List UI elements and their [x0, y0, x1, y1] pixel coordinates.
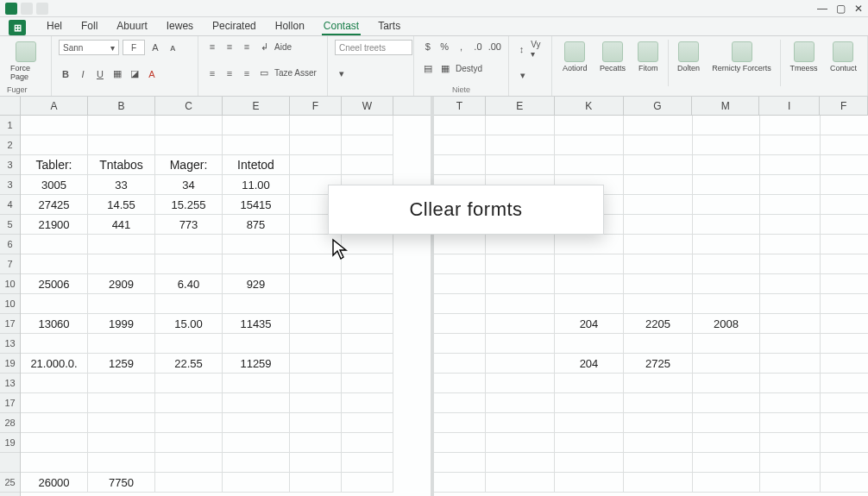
cell[interactable]	[821, 195, 868, 215]
cell[interactable]	[555, 473, 624, 493]
cell[interactable]	[21, 135, 88, 155]
align-left-icon[interactable]: ≡	[205, 66, 219, 80]
cell[interactable]: 773	[155, 215, 223, 235]
cell[interactable]	[486, 393, 555, 413]
cell[interactable]	[434, 374, 486, 393]
cell[interactable]	[342, 453, 393, 473]
tab-4[interactable]: Pecirated	[211, 17, 258, 35]
cell[interactable]	[760, 413, 821, 433]
cell[interactable]	[342, 116, 393, 135]
cell[interactable]	[624, 116, 693, 135]
cell[interactable]	[760, 116, 821, 135]
col-E2[interactable]: E	[486, 97, 555, 115]
cell[interactable]	[223, 453, 290, 473]
underline-icon[interactable]: U	[93, 67, 107, 81]
col-B[interactable]: B	[88, 97, 155, 115]
cell[interactable]	[223, 374, 290, 393]
cell[interactable]	[760, 215, 821, 235]
cell[interactable]	[821, 215, 868, 235]
cell[interactable]	[486, 274, 555, 294]
cell[interactable]	[434, 453, 486, 473]
col-T[interactable]: T	[434, 97, 486, 115]
cell[interactable]	[624, 473, 693, 493]
cell[interactable]	[821, 453, 868, 473]
cell[interactable]: 26000	[21, 473, 88, 493]
cell[interactable]: 13060	[21, 314, 88, 334]
cell[interactable]	[21, 294, 88, 314]
cell[interactable]	[486, 294, 555, 314]
cell[interactable]	[486, 413, 555, 433]
cell[interactable]	[290, 453, 342, 473]
cell[interactable]	[555, 413, 624, 433]
cell[interactable]	[434, 155, 486, 175]
cell[interactable]: 204	[555, 354, 624, 374]
cell[interactable]: 11.00	[223, 175, 290, 195]
cell[interactable]	[624, 274, 693, 294]
cell[interactable]	[434, 116, 486, 135]
cell[interactable]	[155, 135, 223, 155]
cell[interactable]	[155, 374, 223, 393]
cell[interactable]	[693, 334, 760, 354]
dropdown-icon[interactable]: ▾	[335, 67, 349, 81]
cell[interactable]	[555, 155, 624, 175]
cell[interactable]: 7750	[88, 473, 155, 493]
cell[interactable]: 3005	[21, 175, 88, 195]
percent-icon[interactable]: %	[437, 40, 450, 53]
cell[interactable]	[624, 254, 693, 274]
cell[interactable]	[821, 413, 868, 433]
cell[interactable]	[223, 116, 290, 135]
cell[interactable]	[760, 135, 821, 155]
cell[interactable]	[88, 393, 155, 413]
cell[interactable]	[434, 274, 486, 294]
row-header[interactable]: 13	[0, 374, 20, 393]
wrap-text-icon[interactable]: ↲	[257, 40, 271, 53]
cell[interactable]	[624, 374, 693, 393]
paste-button[interactable]: Force Page	[7, 40, 44, 83]
tab-2[interactable]: Abuurt	[115, 17, 148, 35]
cell[interactable]	[555, 393, 624, 413]
cell[interactable]	[693, 473, 760, 493]
comma-icon[interactable]: ,	[455, 40, 468, 53]
col-K[interactable]: K	[555, 97, 624, 115]
cell[interactable]	[342, 314, 393, 334]
cell[interactable]	[821, 274, 868, 294]
bold-icon[interactable]: B	[59, 67, 72, 81]
cell[interactable]	[760, 453, 821, 473]
cell[interactable]: 2008	[693, 314, 760, 334]
file-menu-button[interactable]: ⊞	[9, 20, 26, 35]
cell[interactable]	[290, 235, 342, 254]
cell[interactable]	[555, 235, 624, 254]
big-btn-0[interactable]: Aotiord	[559, 40, 591, 74]
cell[interactable]	[88, 135, 155, 155]
big-btn-3[interactable]: Dolten	[674, 40, 703, 74]
cell[interactable]	[342, 413, 393, 433]
cell[interactable]	[821, 116, 868, 135]
cell[interactable]	[223, 393, 290, 413]
cell[interactable]	[223, 433, 290, 453]
cell[interactable]	[88, 116, 155, 135]
cell[interactable]	[693, 433, 760, 453]
cell[interactable]: 1999	[88, 314, 155, 334]
row-header[interactable]: 25	[0, 473, 20, 493]
cell[interactable]	[760, 374, 821, 393]
tab-6[interactable]: Contast	[322, 17, 361, 35]
increase-font-icon[interactable]: A	[148, 41, 162, 54]
cell[interactable]	[760, 175, 821, 195]
cell[interactable]	[290, 413, 342, 433]
cell[interactable]	[821, 473, 868, 493]
col-G[interactable]: G	[624, 97, 693, 115]
tab-0[interactable]: Hel	[45, 17, 64, 35]
row-header[interactable]	[0, 453, 20, 473]
merge-icon[interactable]: ▭	[257, 66, 271, 80]
fill-color-icon[interactable]: ◪	[128, 67, 142, 81]
cell[interactable]	[342, 393, 393, 413]
cell[interactable]	[155, 294, 223, 314]
row-header[interactable]: 13	[0, 334, 20, 354]
big-btn-5[interactable]: Tmeess	[787, 40, 821, 74]
cell[interactable]	[21, 393, 88, 413]
cell[interactable]	[290, 354, 342, 374]
cell[interactable]	[760, 254, 821, 274]
cell[interactable]	[155, 453, 223, 473]
tab-5[interactable]: Hollon	[274, 17, 306, 35]
maximize-button[interactable]: ▢	[836, 3, 846, 15]
